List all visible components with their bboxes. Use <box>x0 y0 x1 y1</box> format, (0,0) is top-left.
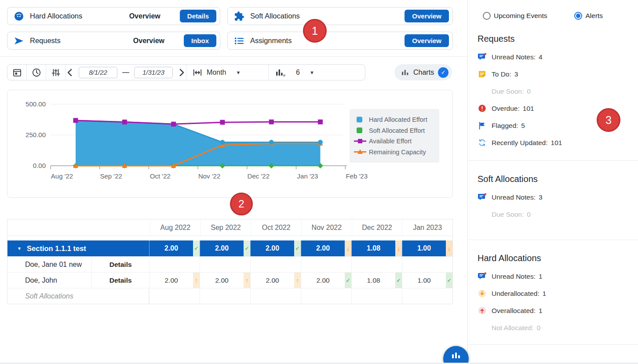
sidebar-section-title: Hard Allocations <box>478 253 638 263</box>
unread-notes-icon <box>478 193 487 202</box>
svg-text:Hard Allocated Effort: Hard Allocated Effort <box>369 116 427 123</box>
charts-toggle[interactable]: Charts ✓ <box>394 64 452 80</box>
requests-overview-link[interactable]: Overview <box>133 37 164 45</box>
alert-item-unread-notes[interactable]: Unread Notes:4 <box>468 48 638 66</box>
column-header-aug-2022: Aug 2022 <box>150 219 201 236</box>
radio-alerts[interactable]: Alerts <box>574 12 603 20</box>
card-soft-allocations: Soft Allocations Overview <box>227 7 453 25</box>
status-cell <box>294 288 301 304</box>
svg-text:500.00: 500.00 <box>26 100 46 108</box>
card-requests: Requests Overview Inbox <box>7 32 220 50</box>
alerts-filter: Upcoming EventsAlerts <box>483 11 638 20</box>
flag-icon <box>478 121 487 130</box>
allocation-value <box>301 288 345 304</box>
status-cell <box>244 288 250 304</box>
svg-text:Soft Allocated Effort: Soft Allocated Effort <box>369 127 425 134</box>
end-date-input[interactable] <box>134 67 173 78</box>
svg-text:Nov '22: Nov '22 <box>198 172 220 180</box>
sidebar-section-title: Soft Allocations <box>478 174 638 184</box>
sidebar-section-hard-allocations: Hard AllocationsUnread Notes:1Underalloc… <box>468 253 638 336</box>
overdue-icon <box>478 104 487 113</box>
interval-value: Month <box>207 69 226 76</box>
interval-dropdown[interactable]: Month ▼ <box>186 65 268 80</box>
sidebar-section-requests: RequestsUnread Notes:4To Do:3Due Soon:0O… <box>468 34 638 151</box>
previous-period-button[interactable] <box>66 68 74 77</box>
alert-item-recently-updated[interactable]: Recently Updated:101 <box>468 134 638 151</box>
allocation-value: 2.00 <box>200 240 244 256</box>
allocation-value <box>200 257 244 272</box>
allocation-value: 2.00 <box>301 273 345 288</box>
svg-text:Jan '23: Jan '23 <box>297 172 318 180</box>
check-icon: ✓ <box>395 273 402 288</box>
allocation-value: 2.00 <box>251 240 294 256</box>
down-arrow-icon: ↓ <box>446 240 452 256</box>
clock-button[interactable] <box>27 65 46 80</box>
resource-name[interactable]: Doe, John <box>25 277 57 284</box>
status-cell <box>345 288 351 304</box>
period-count-dropdown[interactable]: # 6 ▼ <box>268 65 365 80</box>
hard-allocations-overview-link[interactable]: Overview <box>129 12 160 20</box>
soft-allocations-overview-button[interactable]: Overview <box>405 10 449 22</box>
calendar-button[interactable] <box>7 65 27 80</box>
column-header-oct-2022: Oct 2022 <box>251 219 301 236</box>
hard-allocations-face-icon <box>14 11 24 22</box>
start-date-input[interactable] <box>79 67 117 78</box>
allocation-value: 2.00 <box>149 273 193 288</box>
card-title: Requests <box>30 36 133 45</box>
table-row-section-1-1-1-test[interactable]: ▾Section 1.1.1 test2.00✓2.00✓2.00✓2.00↓1… <box>7 240 452 256</box>
allocation-value <box>402 257 446 272</box>
column-header-nov-2022: Nov 2022 <box>301 219 352 236</box>
alert-item-overallocated[interactable]: Overallocated:1 <box>468 302 638 319</box>
down-arrow-icon: ↓ <box>345 240 351 256</box>
charts-toggle-label: Charts <box>413 69 434 76</box>
alert-count: 1 <box>539 273 543 280</box>
sidebar-section-soft-allocations: Soft AllocationsUnread Notes:3Due Soon:0 <box>468 174 638 223</box>
svg-text:0.00: 0.00 <box>33 162 46 169</box>
table-header-row: Aug 2022Sep 2022Oct 2022Nov 2022Dec 2022… <box>7 219 452 236</box>
alert-count: 101 <box>551 139 562 147</box>
alert-item-underallocated[interactable]: Underallocated:1 <box>468 285 638 302</box>
allocation-value: 2.00 <box>251 273 294 288</box>
resource-dashboard: Hard Allocations Overview Details Reques… <box>0 0 638 364</box>
alert-item-unread-notes[interactable]: Unread Notes:1 <box>468 268 638 285</box>
requests-inbox-button[interactable]: Inbox <box>184 34 216 47</box>
alert-count: 3 <box>539 193 543 201</box>
allocation-value: 2.00 <box>149 240 193 256</box>
next-period-button[interactable] <box>178 68 186 77</box>
up-arrow-icon: ↑ <box>294 273 301 288</box>
chart-legend: Hard Allocated EffortSoft Allocated Effo… <box>350 109 439 163</box>
svg-text:Oct '22: Oct '22 <box>150 172 171 180</box>
hard-allocations-details-button[interactable]: Details <box>180 10 216 22</box>
allocation-chart: Aug '22Sep '22Oct '22Nov '22Dec '22Jan '… <box>7 90 452 197</box>
details-link[interactable]: Details <box>92 257 149 272</box>
bar-chart-icon <box>451 351 461 359</box>
radio-label: Upcoming Events <box>494 12 547 20</box>
charts-fab-button[interactable] <box>443 346 469 364</box>
radio-label: Alerts <box>585 12 603 20</box>
collapse-caret-icon[interactable]: ▾ <box>18 245 21 251</box>
date-range-separator: — <box>122 69 129 76</box>
alert-label: Underallocated: <box>492 290 540 298</box>
alert-item-to-do[interactable]: To Do:3 <box>468 66 638 83</box>
radio-upcoming-events[interactable]: Upcoming Events <box>483 12 547 20</box>
card-title: Assignments <box>250 36 405 45</box>
bar-chart-icon <box>401 69 409 76</box>
check-icon: ✓ <box>244 240 250 256</box>
radio-icon <box>483 12 491 20</box>
alert-item-unread-notes[interactable]: Unread Notes:3 <box>468 189 638 206</box>
status-cell <box>244 257 250 272</box>
check-icon: ✓ <box>446 273 452 288</box>
allocation-value: 1.00 <box>402 240 446 256</box>
assignments-overview-button[interactable]: Overview <box>405 34 449 47</box>
allocation-value <box>251 288 294 304</box>
status-cell <box>446 257 452 272</box>
divider <box>468 344 638 345</box>
details-link[interactable]: Details <box>92 273 149 288</box>
no-icon-spacer <box>478 87 487 96</box>
column-header-dec-2022: Dec 2022 <box>352 219 402 236</box>
status-cell <box>345 257 351 272</box>
filter-settings-button[interactable] <box>46 65 66 80</box>
alert-count: 5 <box>521 122 525 130</box>
allocation-value: 2.00 <box>200 273 244 288</box>
resource-name[interactable]: Doe, Jane 01 new <box>25 261 82 269</box>
